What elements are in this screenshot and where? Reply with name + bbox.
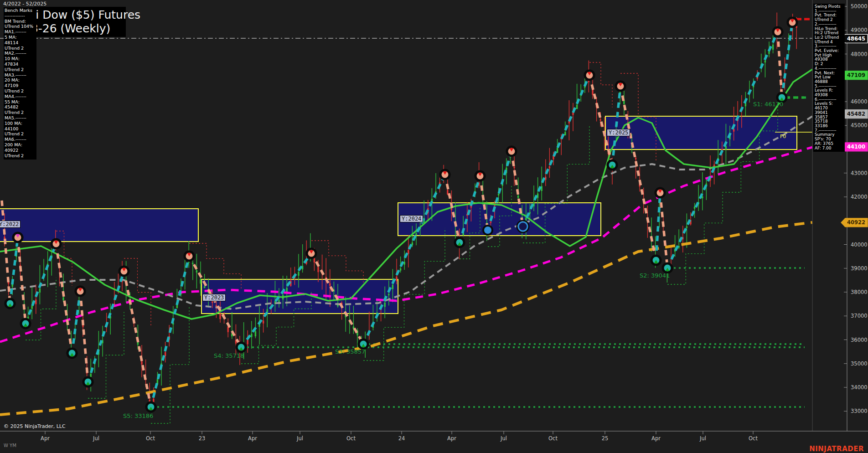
y-axis-label[interactable]: 38000 [851, 289, 868, 295]
x-axis-label[interactable]: Jul [699, 435, 706, 442]
y-axis-label[interactable]: 34000 [851, 384, 868, 391]
swing-line-up [72, 291, 80, 353]
y-axis-label[interactable]: 49000 [851, 27, 868, 33]
ninjatrader-logo: NINJATRADER [809, 445, 864, 453]
swing-line-down [620, 86, 656, 260]
y-axis-label[interactable]: 42000 [851, 194, 868, 200]
swing-line-up [10, 237, 18, 304]
candle-body [384, 303, 386, 307]
swing-line-down [778, 32, 782, 98]
candle-body [549, 166, 550, 169]
bench-marks-line: 48114 [5, 40, 36, 46]
y-axis-label[interactable]: 46000 [851, 98, 868, 105]
bench-marks-line: UTrend 104% [5, 24, 36, 29]
candle-body [141, 361, 142, 365]
candle-body [329, 283, 331, 286]
x-axis-label[interactable]: 23 [199, 435, 206, 442]
candle-body [263, 320, 264, 323]
copyright-notice: © 2025 NinjaTrader, LLC [4, 423, 66, 429]
swing-line-down [80, 291, 88, 382]
price-tag-value: 48645 [847, 36, 865, 42]
support-level-label: S1: 46170 [753, 101, 783, 108]
y-axis-label[interactable]: 36000 [851, 337, 868, 343]
bench-marks-line: MA2.------- [5, 51, 36, 56]
bench-marks-line: UTrend 2 [5, 110, 36, 115]
candle-body [400, 268, 401, 271]
candle-body [635, 158, 636, 160]
support-level-label: S5: 33186 [123, 412, 153, 419]
y-axis-label[interactable]: 39000 [851, 265, 868, 272]
candle-body [35, 299, 36, 304]
x-axis-label[interactable]: Apr [41, 435, 50, 442]
price-tag-value: 47109 [847, 72, 865, 78]
x-axis-label[interactable]: Oct [146, 435, 155, 442]
bench-marks-line: UTrend 2 [5, 67, 36, 72]
x-axis-label[interactable]: Jul [93, 435, 99, 442]
candle-body [31, 305, 33, 309]
x-axis-label[interactable]: Jul [500, 435, 507, 442]
bench-marks-line: MA3.------- [5, 72, 36, 78]
support-level-label: S2: 39041 [640, 272, 670, 279]
price-tag-value: 44100 [847, 144, 865, 150]
candle-body [765, 61, 766, 63]
year-range-box [605, 116, 797, 149]
candle-body [196, 270, 197, 273]
y-axis-label[interactable]: 50000 [851, 3, 868, 10]
candle-body [62, 297, 64, 300]
x-axis-label[interactable]: Jul [296, 435, 303, 442]
candle-body [165, 352, 166, 356]
swing-line-down [124, 271, 151, 407]
bench-marks-line: MA6.------- [5, 137, 36, 142]
candle-body [219, 314, 221, 319]
candle-body [396, 277, 397, 281]
bench-marks-line: 45482 [5, 104, 36, 110]
candle-body [576, 105, 578, 109]
candle-body [415, 233, 417, 235]
bench-marks-line: UTrend 2 [5, 46, 36, 51]
candle-body [498, 194, 499, 196]
candle-body [39, 288, 41, 293]
y-axis-label[interactable]: 35000 [851, 360, 868, 367]
candle-body [298, 272, 299, 276]
candle-body [525, 218, 527, 221]
bench-marks-line: 44100 [5, 126, 36, 132]
year-box-label: Y:2023 [202, 294, 226, 301]
x-axis-label[interactable]: Apr [248, 435, 257, 442]
swing-pivots-line: AF: 7.00 [815, 146, 845, 151]
x-axis-label[interactable]: Oct [548, 435, 558, 442]
bench-marks-line: UTrend 2 [5, 153, 36, 159]
candle-body [251, 334, 252, 337]
y-axis-label[interactable]: 48000 [851, 51, 868, 57]
y-axis-label[interactable]: 33000 [851, 408, 868, 414]
swing-line-down [660, 193, 667, 268]
x-axis-label[interactable]: Oct [749, 435, 758, 442]
bench-marks-line: Bench Marks [5, 8, 36, 13]
trailing-stop-up-line [151, 306, 189, 423]
chart-title-contract: 03-26 (Weekly) [24, 22, 110, 35]
y-axis-label[interactable]: 37000 [851, 313, 868, 319]
candle-body [90, 374, 92, 377]
candle-body [592, 89, 593, 95]
bench-marks-line: ------------- [5, 13, 36, 19]
price-tag-value: 40922 [847, 219, 865, 226]
candle-body [388, 294, 389, 295]
x-axis-label[interactable]: Oct [346, 435, 356, 442]
swing-pivots-panel: Swing Pivots1.------------Pvt. Trend:UTr… [813, 4, 845, 152]
x-axis-label[interactable]: 24 [398, 435, 405, 442]
candle-body [204, 286, 205, 288]
x-axis-label[interactable]: Apr [447, 435, 456, 442]
bench-marks-line: MA5.------- [5, 115, 36, 121]
year-box-label: Y:2022 [0, 221, 21, 228]
y-axis-label[interactable]: 43000 [851, 170, 868, 176]
candle-body [4, 237, 5, 239]
x-axis-label[interactable]: Apr [651, 435, 661, 442]
x-axis-label[interactable]: 25 [602, 435, 609, 442]
year-box-label: Y:2025 [607, 129, 630, 136]
candle-body [255, 331, 256, 336]
bench-marks-line: 200 MA: [5, 142, 36, 148]
price-chart[interactable]: AprJulOct23AprJulOct24AprJulOct25AprJulO… [0, 0, 868, 453]
support-level-label: S3: 35857 [335, 348, 365, 355]
y-axis-label[interactable]: 40000 [851, 242, 868, 248]
y-axis-label[interactable]: 45000 [851, 122, 868, 129]
candle-body [600, 119, 601, 121]
